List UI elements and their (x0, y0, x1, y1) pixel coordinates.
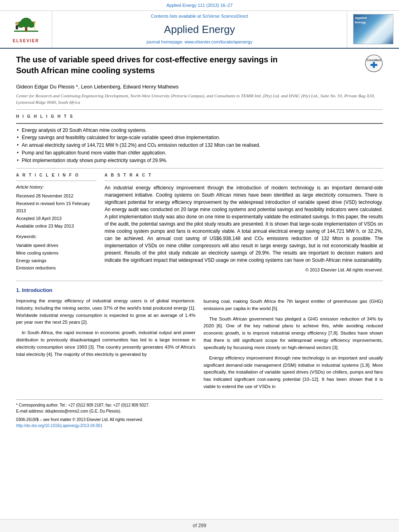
keyword-item: Variable speed drives (16, 242, 97, 249)
highlights-label: H I G H L I G H T S (16, 114, 383, 120)
copyright-line: © 2013 Elsevier Ltd. All rights reserved… (105, 267, 383, 273)
highlights-list: Energy analysis of 20 South African mine… (16, 127, 383, 164)
body-right-col: burning coal, making South Africa the 7t… (204, 287, 383, 394)
title-area: The use of variable speed drives for cos… (16, 54, 361, 80)
highlight-item: An annual electricity saving of 144,721 … (16, 142, 383, 149)
highlight-item: Pump and fan application found more viab… (16, 150, 383, 156)
citation-text: Applied Energy 111 (2013) 16–27 (167, 3, 233, 8)
date-accepted: Accepted 18 April 2013 (16, 215, 97, 222)
footnote-doi-link[interactable]: http://dx.doi.org/10.1016/j.apenergy.201… (16, 423, 103, 428)
article-history-label: Article history: (16, 184, 97, 191)
date-revised: Received in revised form 15 February 201… (16, 200, 97, 215)
footnote-doi: http://dx.doi.org/10.1016/j.apenergy.201… (16, 423, 383, 429)
sciverse-prefix: Contents lists available at (151, 14, 201, 18)
pagination-bar: of 299 (0, 519, 399, 532)
body-left-text: Improving the energy efficiency of indus… (16, 298, 195, 358)
footnote-asterisk: * Corresponding author. Tel.: +27 (0)12 … (16, 402, 383, 408)
svg-point-5 (15, 22, 19, 25)
article-history-dates: Received 28 November 2012 Received in re… (16, 192, 97, 230)
article-info-divider (16, 181, 97, 181)
info-abstract-section: A R T I C L E I N F O Article history: R… (16, 173, 383, 273)
svg-rect-13 (370, 64, 377, 66)
article-content: The use of variable speed drives for cos… (0, 49, 399, 433)
keyword-item: Mine cooling systems (16, 249, 97, 257)
keywords-list: Variable speed drives Mine cooling syste… (16, 242, 97, 272)
sciverse-link: Contents lists available at SciVerse Sci… (151, 13, 248, 20)
highlights-divider (16, 123, 383, 124)
body-para: Improving the energy efficiency of indus… (16, 298, 195, 326)
journal-thumbnail-box: Applied Energy (347, 11, 399, 48)
body-right-text: burning coal, making South Africa the 7t… (204, 298, 383, 390)
highlights-section: H I G H L I G H T S Energy analysis of 2… (16, 114, 383, 168)
date-online: Available online 23 May 2013 (16, 222, 97, 230)
body-para: burning coal, making South Africa the 7t… (204, 298, 383, 312)
svg-rect-7 (34, 23, 35, 30)
body-para: In South Africa, the rapid increase in e… (16, 329, 195, 358)
article-info-label: A R T I C L E I N F O (16, 173, 97, 179)
pagination-of-text: of 299 (193, 522, 206, 529)
highlight-item: Pilot implementation study shows pump el… (16, 157, 383, 164)
footnote-area: * Corresponding author. Tel.: +27 (0)12 … (16, 399, 383, 429)
affiliation: Center for Research and Continuing Engin… (16, 93, 383, 105)
body-left-col: 1. Introduction Improving the energy eff… (16, 287, 195, 394)
journal-homepage: journal homepage: www.elsevier.com/locat… (147, 39, 253, 45)
highlight-item: Energy analysis of 20 South African mine… (16, 127, 383, 134)
svg-point-8 (34, 21, 35, 23)
svg-point-3 (17, 21, 25, 28)
footnote-issn: 0306-2619/$ – see front matter © 2013 El… (16, 417, 383, 423)
journal-citation: Applied Energy 111 (2013) 16–27 (0, 0, 399, 11)
crossmark-icon: CrossMark (365, 54, 383, 72)
abstract-column: A B S T R A C T An industrial energy eff… (105, 173, 383, 273)
footnote-email-text: E-mail address: dduplessis@rems2.com (G.… (16, 409, 121, 413)
homepage-text: journal homepage: www.elsevier.com/locat… (147, 39, 253, 44)
keyword-item: Emission reductions (16, 264, 97, 272)
article-title: The use of variable speed drives for cos… (16, 54, 290, 76)
highlight-item: Energy savings and feasibility calculate… (16, 134, 383, 141)
divider-1 (16, 109, 383, 110)
highlights-bottom-divider (16, 168, 383, 168)
body-para: Energy efficiency improvement through ne… (204, 355, 383, 390)
journal-name-header: Applied Energy (164, 22, 235, 37)
svg-text:CrossMark: CrossMark (366, 59, 381, 62)
sciverse-name[interactable]: SciVerse ScienceDirect (202, 14, 248, 18)
abstract-text: An industrial energy efficiency improvem… (105, 184, 383, 264)
elsevier-tree-icon (12, 14, 40, 37)
svg-point-4 (28, 21, 35, 28)
section-1-heading: 1. Introduction (16, 287, 195, 294)
abstract-divider (105, 181, 383, 181)
thumbnail-text: Applied Energy (355, 16, 367, 25)
journal-header: ELSEVIER Contents lists available at Sci… (0, 11, 399, 49)
date-received: Received 28 November 2012 (16, 192, 97, 200)
title-row: The use of variable speed drives for cos… (16, 54, 383, 80)
elsevier-logo-box: ELSEVIER (0, 11, 52, 48)
journal-thumbnail: Applied Energy (353, 14, 393, 44)
footnote-asterisk-text: * Corresponding author. Tel.: +27 (0)12 … (16, 403, 150, 407)
keywords-label: Keywords: (16, 234, 97, 240)
crossmark-area: CrossMark (365, 54, 383, 75)
abstract-label: A B S T R A C T (105, 173, 383, 179)
authors-text: Gideon Edgar Du Plessis *, Leon Liebenbe… (16, 84, 179, 90)
authors: Gideon Edgar Du Plessis *, Leon Liebenbe… (16, 83, 383, 91)
body-section: 1. Introduction Improving the energy eff… (16, 281, 383, 394)
footnote-issn-text: 0306-2619/$ – see front matter © 2013 El… (16, 417, 143, 422)
footnote-email: E-mail address: dduplessis@rems2.com (G.… (16, 408, 383, 414)
article-info-column: A R T I C L E I N F O Article history: R… (16, 173, 97, 273)
journal-center: Contents lists available at SciVerse Sci… (52, 11, 347, 48)
body-para: The South African government has pledged… (204, 316, 383, 351)
elsevier-text: ELSEVIER (13, 38, 39, 44)
svg-rect-6 (16, 25, 18, 29)
keyword-item: Energy savings (16, 257, 97, 265)
